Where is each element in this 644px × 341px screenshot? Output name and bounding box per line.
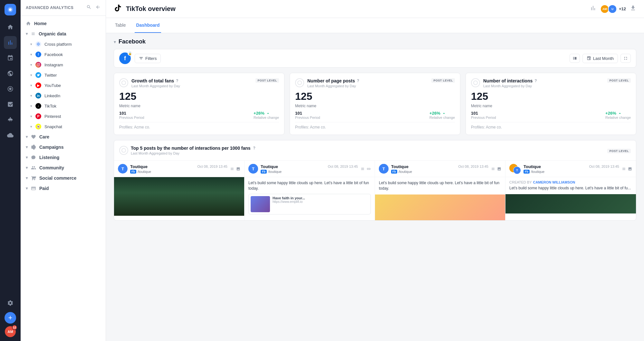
metric-help-page-posts[interactable]: ? (357, 79, 359, 83)
linkedin-icon: in (35, 93, 41, 99)
sidebar-pinterest-label: Pinterest (44, 114, 61, 119)
sidebar-item-listening[interactable]: ▾ Listening (21, 152, 106, 163)
metric-change-label-page-posts: Relative change (429, 116, 455, 119)
sidebar-home-label: Home (34, 21, 47, 26)
metric-change-interactions: +26% (605, 111, 631, 116)
split-view-button[interactable] (570, 54, 580, 63)
post-card-2-header: T Toutique Oct 08, 2019 13:45 Fb /toutiq… (245, 161, 375, 177)
export-icon[interactable] (630, 5, 636, 13)
sidebar-item-home[interactable]: Home (21, 18, 106, 29)
sidebar-item-instagram[interactable]: ▾ Instagram (21, 60, 106, 70)
sidebar-app-title: ADVANCED ANALYTICS (26, 5, 73, 10)
post-4-fb-tag: Fb (524, 170, 530, 174)
sidebar-item-facebook[interactable]: ▾ f Facebook (21, 49, 106, 60)
app-logo[interactable] (5, 4, 16, 15)
posts-post-level-badge: POST LEVEL (607, 149, 631, 153)
sidebar-item-youtube[interactable]: ▾ ▶ YouTube (21, 80, 106, 90)
svg-text:T: T (516, 169, 518, 172)
posts-header: Top 5 posts by the number of interaction… (114, 140, 636, 161)
post-2-link-image (251, 196, 270, 212)
metric-title-interactions: Number of interactions (483, 78, 533, 83)
metric-prev-growth: 101 (119, 111, 144, 116)
metric-name-page-posts: Metric name (295, 104, 455, 108)
post-1-info: Toutique Oct 08, 2019 13:45 Fb /toutique (130, 164, 227, 174)
nav-calendar-icon[interactable] (4, 52, 17, 64)
post-2-link-url: https://www.emplifi.io (273, 200, 305, 204)
filter-button[interactable]: Filters (135, 54, 161, 63)
user-avatar[interactable]: AM 12 (5, 326, 16, 337)
metric-prev-label-growth: Previous Period (119, 116, 144, 119)
section-header: ▾ Facebook (114, 38, 636, 45)
posts-help-icon[interactable]: ? (253, 146, 255, 150)
post-1-icons (230, 167, 240, 171)
svg-text:U: U (611, 7, 613, 11)
avatar-user2: U (608, 5, 617, 14)
post-4-text: Let's build some happy little clouds up … (509, 185, 632, 191)
post-4-date: Oct 08, 2019 13:45 (589, 165, 619, 168)
post-3-fb-tag: Fb (391, 170, 397, 174)
post-2-avatar: T (248, 164, 258, 174)
sidebar-search-icon[interactable] (86, 5, 91, 11)
metric-help-interactions[interactable]: ? (534, 79, 537, 83)
date-range-label: Last Month (593, 56, 614, 61)
lock-icon: 🔒 (128, 51, 132, 56)
post-2-link-title: Have faith in your... (273, 196, 305, 200)
post-1-date: Oct 08, 2019 13:45 (197, 165, 227, 168)
sidebar-item-community[interactable]: ▾ Community (21, 163, 106, 173)
post-card-3-header: T Toutique Oct 08, 2019 13:45 Fb /toutiq… (375, 161, 505, 177)
sidebar-item-pinterest[interactable]: ▾ P Pinterest (21, 111, 106, 121)
sidebar-item-tiktok[interactable]: ▾ ♪ TikTok (21, 101, 106, 111)
post-card-4-header: T Toutique Oct 08, 2019 13:45 Fb (505, 161, 636, 177)
nav-target-icon[interactable] (4, 82, 17, 95)
tiktok-icon: ♪ (35, 103, 41, 109)
nav-home-icon[interactable] (4, 21, 17, 33)
sidebar-item-paid[interactable]: ▾ Paid (21, 183, 106, 194)
post-level-badge-page-posts: POST LEVEL (431, 78, 455, 83)
post-4-image (505, 194, 636, 213)
post-3-account: Toutique (391, 164, 457, 169)
nav-settings-icon[interactable] (4, 297, 17, 309)
snapchat-icon: 👻 (35, 124, 41, 129)
section-collapse-icon[interactable]: ▾ (114, 39, 116, 44)
nav-cloud-icon[interactable] (4, 129, 17, 142)
metric-name-interactions: Metric name (471, 104, 631, 108)
metric-help-growth[interactable]: ? (176, 79, 178, 83)
metric-icon-growth (119, 78, 128, 87)
expand-button[interactable] (620, 54, 631, 63)
metric-value-growth: 125 (119, 90, 279, 102)
sidebar-item-twitter[interactable]: ▾ Twitter (21, 70, 106, 80)
post-2-icons (360, 167, 371, 171)
sidebar-item-social-commerce[interactable]: ▾ Social commerce (21, 173, 106, 183)
sidebar-item-cross-platform[interactable]: ▾ Cross platform (21, 39, 106, 49)
date-range-button[interactable]: Last Month (582, 54, 618, 63)
post-1-handle: /toutique (138, 170, 151, 174)
nav-analytics-icon[interactable] (4, 36, 17, 49)
svg-point-1 (9, 8, 12, 11)
sidebar-item-linkedin[interactable]: ▾ in LinkedIn (21, 90, 106, 101)
nav-network-icon[interactable] (4, 67, 17, 80)
post-4-handle: /toutique (531, 170, 544, 174)
sidebar-twitter-label: Twitter (44, 73, 57, 78)
metric-profiles-growth: Profiles: Acme co. (119, 122, 279, 129)
nav-robot-icon[interactable] (4, 113, 17, 126)
sidebar-item-snapchat[interactable]: ▾ 👻 Snapchat (21, 121, 106, 132)
sidebar-item-organic[interactable]: ▾ Organic data (21, 29, 106, 39)
post-card-4: T Toutique Oct 08, 2019 13:45 Fb (505, 161, 636, 220)
post-4-icons (622, 167, 632, 171)
chart-icon[interactable] (590, 5, 596, 13)
facebook-icon: f (35, 52, 41, 57)
post-4-avatar-original: T (509, 164, 521, 174)
add-button[interactable]: + (5, 312, 16, 324)
sidebar-campaigns-label: Campaigns (39, 145, 63, 150)
nav-compose-icon[interactable] (4, 98, 17, 111)
metric-profiles-page-posts: Profiles: Acme co. (295, 122, 455, 129)
tab-table[interactable]: Table (114, 18, 127, 33)
avatar-group[interactable]: AM U +12 (600, 5, 626, 14)
sidebar-nav: Home ▾ Organic data ▾ Cross platform ▾ f… (21, 16, 106, 196)
post-1-image (114, 177, 244, 216)
tab-dashboard[interactable]: Dashboard (135, 18, 161, 33)
sidebar-item-care[interactable]: ▾ Care (21, 132, 106, 142)
sidebar-item-campaigns[interactable]: ▾ Campaigns (21, 142, 106, 152)
facebook-section: ▾ Facebook f 🔒 Filters (106, 33, 644, 226)
sidebar-back-icon[interactable] (95, 5, 101, 11)
